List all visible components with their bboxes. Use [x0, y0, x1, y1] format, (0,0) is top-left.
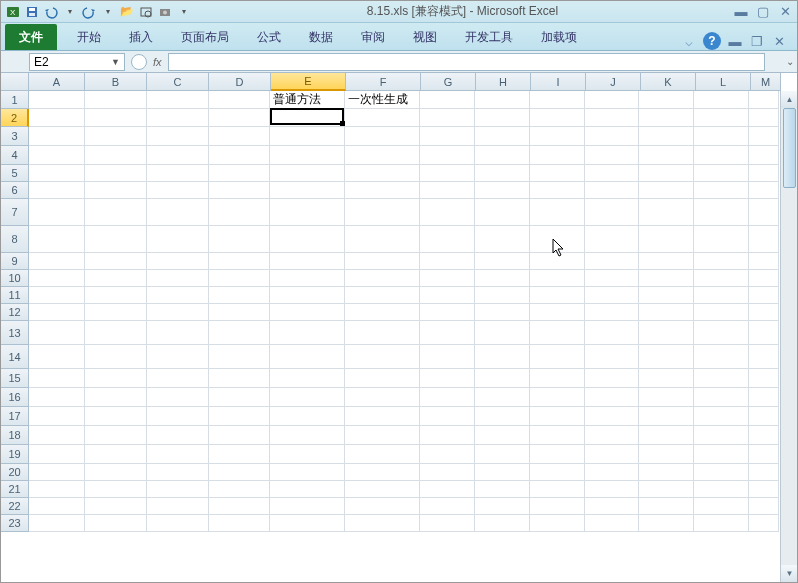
- cell[interactable]: [147, 270, 209, 287]
- cell[interactable]: [29, 321, 85, 345]
- undo-icon[interactable]: [43, 4, 59, 20]
- cell[interactable]: [209, 287, 271, 304]
- cell[interactable]: [530, 127, 585, 146]
- cell[interactable]: [209, 426, 271, 445]
- cell[interactable]: [694, 127, 749, 146]
- name-box[interactable]: E2 ▼: [29, 53, 125, 71]
- cell[interactable]: [85, 388, 147, 407]
- column-header[interactable]: J: [586, 73, 641, 91]
- cell[interactable]: [475, 426, 530, 445]
- cell[interactable]: [147, 498, 209, 515]
- redo-icon[interactable]: [81, 4, 97, 20]
- cell[interactable]: [694, 481, 749, 498]
- cell[interactable]: [85, 146, 147, 165]
- cell[interactable]: [420, 515, 475, 532]
- cell[interactable]: [639, 253, 694, 270]
- cell[interactable]: [420, 146, 475, 165]
- cell[interactable]: [475, 146, 530, 165]
- cell[interactable]: [694, 369, 749, 388]
- cell[interactable]: [749, 445, 779, 464]
- cell[interactable]: [530, 165, 585, 182]
- cell[interactable]: [29, 127, 85, 146]
- cell[interactable]: [209, 226, 271, 253]
- column-header[interactable]: A: [29, 73, 85, 91]
- cell[interactable]: [530, 91, 585, 109]
- cell[interactable]: [694, 226, 749, 253]
- cell[interactable]: [270, 407, 345, 426]
- cell[interactable]: [694, 146, 749, 165]
- cell[interactable]: [270, 481, 345, 498]
- cell[interactable]: [475, 407, 530, 426]
- tab-developer[interactable]: 开发工具: [451, 24, 527, 50]
- cell[interactable]: [345, 445, 420, 464]
- row-header[interactable]: 3: [1, 127, 29, 146]
- tab-page-layout[interactable]: 页面布局: [167, 24, 243, 50]
- cell[interactable]: [475, 345, 530, 369]
- cell[interactable]: [585, 91, 640, 109]
- cell[interactable]: [420, 407, 475, 426]
- row-header[interactable]: 1: [1, 91, 29, 109]
- row-header[interactable]: 17: [1, 407, 29, 426]
- cell[interactable]: [209, 481, 271, 498]
- cell[interactable]: [209, 388, 271, 407]
- cells-area[interactable]: 普通方法一次性生成: [29, 91, 779, 582]
- cell[interactable]: [209, 146, 271, 165]
- cell[interactable]: [85, 165, 147, 182]
- cell[interactable]: [530, 388, 585, 407]
- cell[interactable]: [585, 287, 640, 304]
- cell[interactable]: [29, 253, 85, 270]
- cell[interactable]: [475, 321, 530, 345]
- cell[interactable]: [475, 199, 530, 226]
- cell[interactable]: [85, 91, 147, 109]
- formula-expand-icon[interactable]: ⌄: [783, 56, 797, 67]
- cell[interactable]: [639, 369, 694, 388]
- cell[interactable]: [29, 345, 85, 369]
- cell[interactable]: [639, 182, 694, 199]
- row-header[interactable]: 8: [1, 226, 29, 253]
- cell[interactable]: [585, 199, 640, 226]
- cell[interactable]: [585, 369, 640, 388]
- cell[interactable]: [749, 226, 779, 253]
- cell[interactable]: [639, 498, 694, 515]
- cell[interactable]: [420, 182, 475, 199]
- cell[interactable]: [420, 287, 475, 304]
- cell[interactable]: [209, 369, 271, 388]
- cell[interactable]: [749, 515, 779, 532]
- cell[interactable]: [585, 321, 640, 345]
- row-header[interactable]: 4: [1, 146, 29, 165]
- cell[interactable]: [639, 515, 694, 532]
- cell[interactable]: [749, 345, 779, 369]
- cell[interactable]: [530, 445, 585, 464]
- row-header[interactable]: 15: [1, 369, 29, 388]
- formula-input[interactable]: [168, 53, 765, 71]
- cell[interactable]: [270, 498, 345, 515]
- cell[interactable]: [209, 165, 271, 182]
- cell[interactable]: [694, 407, 749, 426]
- cell[interactable]: [147, 199, 209, 226]
- cell[interactable]: [29, 182, 85, 199]
- cell[interactable]: [29, 464, 85, 481]
- cell[interactable]: [85, 345, 147, 369]
- cell[interactable]: [749, 127, 779, 146]
- cell[interactable]: [29, 369, 85, 388]
- select-all-corner[interactable]: [1, 73, 29, 91]
- cell[interactable]: [85, 270, 147, 287]
- column-header[interactable]: L: [696, 73, 751, 91]
- cell[interactable]: [29, 426, 85, 445]
- cell[interactable]: [29, 304, 85, 321]
- cell[interactable]: [694, 445, 749, 464]
- cell[interactable]: [345, 407, 420, 426]
- cell[interactable]: [209, 345, 271, 369]
- cell[interactable]: [694, 287, 749, 304]
- cell[interactable]: [475, 127, 530, 146]
- maximize-icon[interactable]: ▢: [755, 4, 771, 20]
- cell[interactable]: [270, 165, 345, 182]
- workbook-close-icon[interactable]: ✕: [771, 33, 787, 49]
- cell[interactable]: [694, 182, 749, 199]
- cell[interactable]: [530, 321, 585, 345]
- cell[interactable]: [345, 287, 420, 304]
- cell[interactable]: [147, 345, 209, 369]
- cell[interactable]: [270, 226, 345, 253]
- cell[interactable]: [420, 345, 475, 369]
- cell[interactable]: [749, 91, 779, 109]
